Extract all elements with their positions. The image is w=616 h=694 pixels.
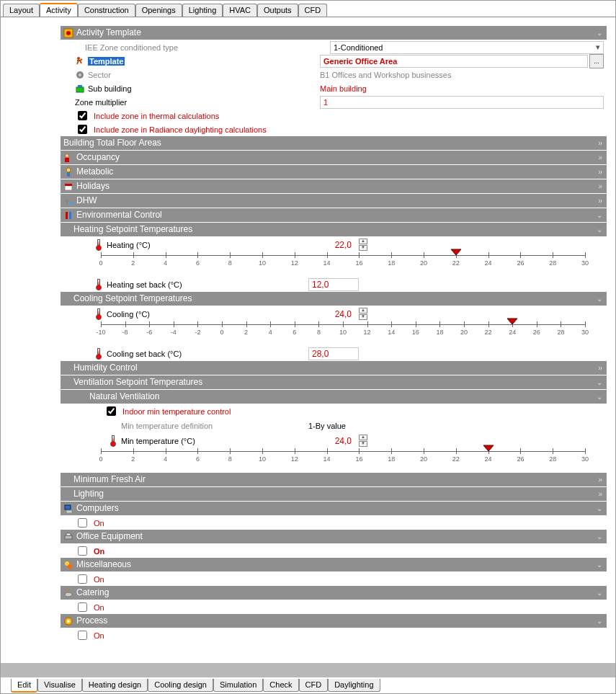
- cooling-setback-input[interactable]: 28,0: [308, 347, 359, 360]
- section-environmental-control[interactable]: Environmental Control⌄: [61, 208, 607, 223]
- computers-on-checkbox[interactable]: On: [61, 516, 607, 530]
- expand-icon: »: [598, 136, 602, 150]
- tab-visualise[interactable]: Visualise: [37, 679, 82, 692]
- svg-rect-12: [65, 184, 72, 186]
- occupancy-icon: [63, 153, 73, 163]
- office-eq-on-input[interactable]: [78, 546, 87, 556]
- tab-edit[interactable]: Edit: [11, 679, 37, 693]
- section-occupancy[interactable]: Occupancy»: [61, 151, 607, 165]
- chevron-down-icon: ⌄: [597, 375, 602, 389]
- computers-on-input[interactable]: [78, 518, 87, 528]
- min-temp-label: Min temperature (°C): [121, 437, 308, 445]
- cooling-label: Cooling (°C): [107, 310, 308, 319]
- activity-scroll[interactable]: Activity Template ⌄ IEE Zone conditioned…: [61, 26, 607, 663]
- section-dhw[interactable]: DHW»: [61, 194, 607, 208]
- tab-daylighting[interactable]: Daylighting: [328, 679, 380, 692]
- min-temp-slider[interactable]: 024681012141618202224262830: [101, 448, 585, 471]
- svg-point-25: [65, 592, 72, 597]
- section-lighting[interactable]: Lighting»: [61, 487, 607, 502]
- chevron-down-icon: ⌄: [597, 292, 602, 306]
- template-browse-button[interactable]: ...: [589, 54, 604, 68]
- chevron-down-icon: ⌄: [597, 502, 602, 515]
- svg-marker-17: [507, 319, 517, 324]
- tab-openings[interactable]: Openings: [135, 4, 182, 17]
- svg-point-24: [68, 564, 72, 569]
- tab-simulation[interactable]: Simulation: [213, 679, 263, 692]
- catering-on-input[interactable]: [78, 602, 87, 612]
- section-miscellaneous[interactable]: Miscellaneous⌄: [61, 558, 607, 572]
- include-radiance-input[interactable]: [78, 125, 87, 134]
- heating-spinner[interactable]: ▲▼: [359, 239, 370, 251]
- min-temp-definition-dropdown[interactable]: 1-By value: [308, 422, 539, 430]
- section-ventilation-setpoint[interactable]: Ventilation Setpoint Temperatures⌄: [61, 375, 607, 390]
- tab-lighting[interactable]: Lighting: [182, 4, 223, 17]
- tab-cfd-bottom[interactable]: CFD: [299, 679, 329, 692]
- section-metabolic[interactable]: Metabolic»: [61, 165, 607, 179]
- section-heating-setpoint[interactable]: Heating Setpoint Temperatures⌄: [61, 223, 607, 237]
- tab-outputs[interactable]: Outputs: [257, 4, 298, 17]
- section-minimum-fresh-air[interactable]: Minimum Fresh Air»: [61, 473, 607, 487]
- cooling-value[interactable]: 24,0: [308, 309, 352, 319]
- tab-hvac[interactable]: HVAC: [223, 4, 257, 17]
- cooling-spinner[interactable]: ▲▼: [359, 308, 370, 320]
- svg-rect-21: [65, 535, 72, 539]
- section-holidays[interactable]: Holidays»: [61, 179, 607, 194]
- section-activity-template[interactable]: Activity Template ⌄: [61, 26, 607, 40]
- misc-on-input[interactable]: [78, 574, 87, 584]
- misc-on-checkbox[interactable]: On: [61, 572, 607, 586]
- cooling-slider[interactable]: -10-8-6-4-2024681012141618202224262830: [101, 321, 585, 344]
- section-title: Activity Template: [76, 26, 594, 40]
- holidays-icon: [63, 182, 73, 192]
- svg-marker-18: [483, 445, 494, 451]
- iee-zone-dropdown[interactable]: 1-Conditioned: [330, 41, 604, 54]
- process-on-input[interactable]: [78, 631, 87, 640]
- section-catering[interactable]: Catering⌄: [61, 586, 607, 600]
- include-thermal-input[interactable]: [78, 111, 87, 120]
- min-temp-definition-label: Min temperature definition: [121, 422, 308, 430]
- section-humidity-control[interactable]: Humidity Control»: [61, 361, 607, 375]
- svg-point-13: [70, 202, 73, 205]
- process-on-checkbox[interactable]: On: [61, 628, 607, 642]
- svg-point-4: [79, 74, 81, 76]
- heating-slider[interactable]: 024681012141618202224262830: [101, 252, 585, 275]
- tab-activity[interactable]: Activity: [40, 3, 78, 17]
- section-process[interactable]: Process⌄: [61, 614, 607, 628]
- min-temp-value[interactable]: 24,0: [308, 436, 352, 446]
- subbuilding-icon: [75, 84, 85, 94]
- catering-on-checkbox[interactable]: On: [61, 600, 607, 614]
- computer-icon: [63, 504, 73, 514]
- heating-value[interactable]: 22,0: [308, 240, 352, 250]
- svg-rect-10: [67, 172, 70, 177]
- include-radiance-checkbox[interactable]: Include zone in Radiance daylighting cal…: [61, 123, 607, 136]
- section-natural-ventilation[interactable]: Natural Ventilation⌄: [61, 390, 607, 404]
- catering-icon: [63, 588, 73, 598]
- heating-setback-input[interactable]: 12,0: [308, 278, 359, 291]
- tab-check[interactable]: Check: [263, 679, 298, 692]
- metabolic-icon: [63, 167, 73, 177]
- include-thermal-checkbox[interactable]: Include zone in thermal calculations: [61, 109, 607, 123]
- office-eq-on-checkbox[interactable]: On: [61, 544, 607, 558]
- svg-marker-16: [451, 249, 461, 255]
- person-run-icon: [75, 56, 85, 66]
- thermometer-icon: [95, 279, 101, 290]
- min-temp-spinner[interactable]: ▲▼: [359, 435, 370, 447]
- activity-template-icon: [63, 28, 73, 38]
- thermometer-icon: [95, 348, 101, 360]
- tab-heating-design[interactable]: Heating design: [82, 679, 148, 692]
- tab-construction[interactable]: Construction: [78, 4, 135, 17]
- svg-rect-14: [66, 212, 68, 219]
- chevron-down-icon: ⌄: [597, 223, 602, 236]
- indoor-min-temp-input[interactable]: [107, 406, 116, 416]
- section-office-equipment[interactable]: Office Equipment⌄: [61, 530, 607, 544]
- expand-icon: »: [598, 473, 602, 486]
- section-building-total-floor-areas[interactable]: Building Total Floor Areas»: [61, 136, 607, 151]
- subbuilding-value[interactable]: Main building: [320, 84, 604, 93]
- section-cooling-setpoint[interactable]: Cooling Setpoint Temperatures⌄: [61, 292, 607, 306]
- section-computers[interactable]: Computers⌄: [61, 502, 607, 516]
- template-value[interactable]: Generic Office Area: [320, 55, 588, 68]
- zone-multiplier-input[interactable]: 1: [320, 96, 604, 109]
- tab-layout[interactable]: Layout: [3, 4, 40, 17]
- tab-cooling-design[interactable]: Cooling design: [148, 679, 213, 692]
- tab-cfd[interactable]: CFD: [298, 4, 328, 17]
- indoor-min-temp-checkbox[interactable]: Indoor min temperature control: [61, 404, 607, 418]
